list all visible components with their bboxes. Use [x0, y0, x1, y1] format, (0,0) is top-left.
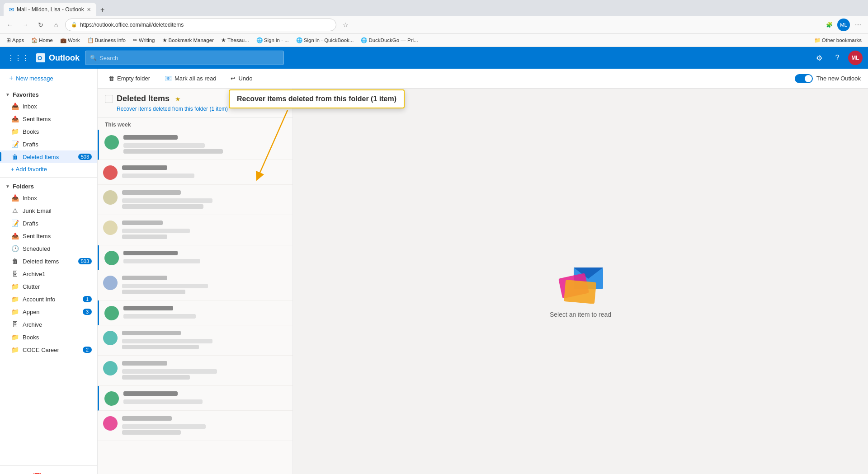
empty-state: Select an item to read	[550, 258, 611, 318]
menu-button[interactable]: ⋯	[852, 19, 864, 31]
favorites-section-header[interactable]: ▼ Favorites	[0, 88, 97, 100]
settings-icon-button[interactable]: ⚙	[812, 51, 826, 65]
sidebar-item-clutter[interactable]: 📁 Clutter	[0, 280, 97, 293]
email-item-6[interactable]	[98, 270, 292, 300]
email-content-4	[122, 220, 287, 240]
sidebar-item-sent[interactable]: 📤 Sent Items	[0, 230, 97, 242]
bookmark-signin[interactable]: 🌐 Sign in - ...	[254, 36, 292, 44]
sidebar-item-deleted-favorites[interactable]: 🗑 Deleted Items 503	[0, 150, 97, 163]
sidebar-item-scheduled[interactable]: 🕐 Scheduled	[0, 242, 97, 255]
sidebar-item-inbox-favorites[interactable]: 📥 Inbox	[0, 100, 97, 113]
email-item-2[interactable]	[98, 160, 292, 185]
email-item-9[interactable]	[98, 356, 292, 386]
profile-button[interactable]: ML	[837, 19, 850, 31]
active-tab[interactable]: ✉ Mail - Mildon, Lisa - Outlook ✕	[4, 3, 96, 16]
bookmark-star[interactable]: ☆	[339, 19, 352, 31]
filter-label: Filter	[262, 95, 275, 102]
inbox-label: Inbox	[23, 195, 92, 202]
sender-3	[122, 190, 181, 195]
folder-select-all-checkbox[interactable]	[105, 95, 113, 103]
sidebar-divider	[0, 177, 97, 178]
address-bar[interactable]: 🔒 https://outlook.office.com/mail/delete…	[65, 19, 336, 31]
sidebar-item-books-favorites[interactable]: 📁 Books	[0, 125, 97, 138]
search-placeholder: Search	[99, 55, 118, 61]
email-item-10[interactable]	[98, 386, 292, 411]
tasks-bottom-icon[interactable]: ☑	[72, 469, 94, 474]
archive1-label: Archive1	[23, 271, 92, 277]
mail-bottom-icon[interactable]: ✉	[4, 469, 25, 474]
sidebar-item-inbox[interactable]: 📥 Inbox	[0, 192, 97, 204]
sidebar-item-junk[interactable]: ⚠ Junk Email	[0, 204, 97, 217]
sidebar-item-coce[interactable]: 📁 COCE Career 2	[0, 343, 97, 356]
subject-2	[122, 174, 194, 178]
active-indicator	[0, 152, 1, 161]
email-item-1[interactable]	[98, 130, 292, 160]
folder-books-icon: 📁	[11, 333, 19, 341]
email-item-7[interactable]	[98, 300, 292, 325]
tab-title: Mail - Mildon, Lisa - Outlook	[17, 6, 84, 13]
sidebar-bottom: ✉ 📅 👥 ☑	[0, 465, 97, 474]
email-item-4[interactable]	[98, 215, 292, 245]
sidebar-item-appen[interactable]: 📁 Appen 3	[0, 305, 97, 318]
sidebar-item-sent-favorites[interactable]: 📤 Sent Items	[0, 113, 97, 125]
coce-badge: 2	[83, 347, 92, 353]
header-actions: ⚙ ? ML	[812, 51, 863, 65]
bookmark-apps[interactable]: ⊞ Apps	[4, 36, 27, 44]
sidebar-item-archive[interactable]: 🗄 Archive	[0, 318, 97, 331]
email-item-3[interactable]	[98, 185, 292, 215]
search-bar[interactable]: 🔍 Search	[85, 51, 284, 65]
bookmark-business[interactable]: 📋 Business info	[85, 36, 128, 44]
back-button[interactable]: ←	[4, 19, 16, 31]
toggle-switch[interactable]	[795, 74, 813, 83]
undo-button[interactable]: ↩ Undo	[227, 73, 256, 84]
folders-section-header[interactable]: ▼ Folders	[0, 179, 97, 192]
email-item-8[interactable]	[98, 325, 292, 356]
extensions-button[interactable]: 🧩	[823, 19, 835, 31]
bookmark-writing[interactable]: ✏ Writing	[130, 36, 158, 44]
folder-deleted-icon: 🗑	[11, 258, 19, 265]
tab-close-button[interactable]: ✕	[87, 7, 91, 13]
forward-button[interactable]: →	[19, 19, 32, 31]
waffle-menu-icon[interactable]: ⋮⋮⋮	[5, 52, 31, 64]
recover-link[interactable]: Recover items deleted from this folder (…	[117, 106, 228, 112]
archive-icon: 🗄	[11, 321, 19, 328]
appen-badge: 3	[83, 309, 92, 315]
sidebar-item-books[interactable]: 📁 Books	[0, 331, 97, 343]
help-icon-button[interactable]: ?	[830, 51, 844, 65]
calendar-bottom-icon[interactable]: 📅	[27, 469, 48, 474]
drafts-icon: 📝	[11, 141, 19, 148]
bookmark-home[interactable]: 🏠 Home	[28, 36, 56, 44]
new-tab-button[interactable]: +	[96, 4, 109, 16]
new-message-button[interactable]: + New message	[5, 72, 92, 84]
email-item-5[interactable]	[98, 245, 292, 270]
bookmark-work[interactable]: 💼 Work	[57, 36, 83, 44]
home-button[interactable]: ⌂	[50, 19, 62, 31]
bookmark-duckduckgo[interactable]: 🌐 DuckDuckGo — Pri...	[358, 36, 420, 44]
email-list-scroll[interactable]: This week	[98, 118, 292, 474]
sidebar-item-archive1[interactable]: 🗄 Archive1	[0, 268, 97, 280]
people-bottom-icon[interactable]: 👥	[50, 469, 71, 474]
add-favorite-button[interactable]: + Add favorite	[0, 163, 97, 175]
sent-icon: 📤	[11, 115, 19, 122]
sender-4	[122, 221, 163, 225]
drafts-label: Drafts	[23, 220, 92, 227]
other-bookmarks[interactable]: 📁 Other bookmarks	[811, 36, 864, 44]
avatar-6	[103, 276, 118, 290]
bookmark-manager[interactable]: ★ Bookmark Manager	[160, 36, 217, 44]
avatar-5	[104, 251, 119, 265]
avatar-11	[103, 416, 118, 431]
empty-folder-button[interactable]: 🗑 Empty folder	[105, 73, 154, 84]
bookmark-quickbooks[interactable]: 🌐 Sign in - QuickBook...	[293, 36, 357, 44]
user-avatar[interactable]: ML	[848, 51, 863, 65]
filter-button[interactable]: Filter ▼	[259, 94, 285, 103]
sidebar-item-drafts[interactable]: 📝 Drafts	[0, 217, 97, 230]
email-item-11[interactable]	[98, 411, 292, 441]
folder-star-icon[interactable]: ★	[175, 95, 181, 103]
sidebar-item-drafts-favorites[interactable]: 📝 Drafts	[0, 138, 97, 150]
sidebar-item-account-info[interactable]: 📁 Account Info 1	[0, 293, 97, 305]
bookmark-thesaurus[interactable]: ★ Thesau...	[218, 36, 252, 44]
refresh-button[interactable]: ↻	[34, 19, 47, 31]
sidebar-item-deleted[interactable]: 🗑 Deleted Items 503	[0, 255, 97, 268]
browser-chrome: ✉ Mail - Mildon, Lisa - Outlook ✕ + ← → …	[0, 0, 868, 33]
mark-all-read-button[interactable]: 📧 Mark all as read	[161, 73, 220, 84]
